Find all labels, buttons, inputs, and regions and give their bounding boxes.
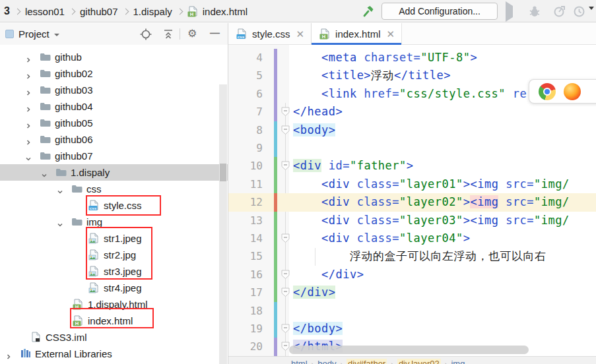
editor-breadcrumb-div-layer02[interactable]: div.layer02	[397, 359, 441, 364]
code-fold-icon[interactable]	[281, 107, 290, 119]
code-line-9[interactable]: 9	[228, 139, 596, 157]
code-fold-icon[interactable]	[281, 161, 290, 173]
line-number[interactable]: 8	[228, 121, 263, 139]
tree-item-index-html[interactable]: Hindex.html	[0, 313, 228, 329]
collapse-all-icon[interactable]	[162, 28, 174, 43]
line-number[interactable]: 15	[228, 247, 263, 265]
tree-item-css[interactable]: css	[0, 181, 228, 197]
editor-breadcrumb-img[interactable]: img	[451, 359, 465, 364]
tree-item-style-css[interactable]: cssstyle.css	[0, 197, 228, 214]
chevron-right-icon[interactable]	[25, 120, 32, 132]
tree-item-github06[interactable]: github06	[0, 131, 228, 148]
tree-item-github02[interactable]: github02	[0, 65, 228, 82]
code-line-17[interactable]: 17</div>	[228, 284, 596, 301]
tree-item-1-dispaly-html[interactable]: H1.dispaly.html	[0, 296, 228, 313]
code-line-16[interactable]: 16 </div>	[228, 266, 596, 284]
line-number[interactable]: 19	[228, 320, 263, 338]
editor-breadcrumb-html[interactable]: html	[291, 359, 308, 364]
code-fold-icon[interactable]	[281, 270, 290, 282]
line-number[interactable]: 17	[228, 284, 263, 301]
chevron-right-icon[interactable]	[25, 87, 32, 99]
code-line-4[interactable]: 4 <meta charset="UTF-8">	[228, 49, 596, 67]
tree-item-github04[interactable]: github04	[0, 98, 228, 115]
locate-file-icon[interactable]	[140, 28, 152, 43]
tree-item-str3-jpeg[interactable]: str3.jpeg	[0, 263, 228, 280]
code-line-10[interactable]: 10<div id="father">	[228, 157, 596, 175]
tab-style-css[interactable]: cssstyle.css✕	[228, 23, 312, 45]
chevron-right-icon[interactable]	[25, 71, 32, 82]
code-line-18[interactable]: 18	[228, 302, 596, 320]
add-configuration-button[interactable]: Add Configuration...	[381, 3, 498, 20]
gear-icon[interactable]: ⚙	[187, 28, 197, 40]
line-number[interactable]: 18	[228, 302, 263, 320]
line-number[interactable]: 9	[228, 139, 263, 157]
editor-breadcrumb-div-father[interactable]: div#father	[347, 359, 387, 364]
tree-item-css3-iml[interactable]: CSS3.iml	[0, 329, 228, 346]
project-view-selector[interactable]: Project	[5, 28, 59, 40]
code-fold-icon[interactable]	[281, 288, 290, 300]
chrome-icon[interactable]	[539, 83, 556, 100]
line-number[interactable]: 7	[228, 103, 263, 121]
chevron-down-icon[interactable]	[57, 219, 63, 231]
line-number[interactable]: 4	[228, 49, 263, 67]
code-line-7[interactable]: 7</head>	[228, 103, 596, 121]
line-number[interactable]: 10	[228, 157, 263, 175]
code-line-12[interactable]: 12 <div class="layer02"><img src="img/	[228, 193, 596, 211]
profile-icon[interactable]	[553, 5, 566, 20]
tree-item-str1-jpeg[interactable]: str1.jpeg	[0, 230, 228, 247]
line-number[interactable]: 16	[228, 266, 263, 284]
tree-item-github05[interactable]: github05	[0, 115, 228, 131]
line-number[interactable]: 20	[228, 338, 263, 355]
line-number[interactable]: 11	[228, 175, 263, 193]
code-editor[interactable]: 4 <meta charset="UTF-8">5 <title>浮动</tit…	[228, 45, 596, 356]
run-history-clock-icon[interactable]	[573, 5, 585, 20]
tree-item-external-libraries[interactable]: External Libraries	[0, 346, 228, 362]
line-number[interactable]: 6	[228, 85, 263, 103]
code-line-8[interactable]: 8<body>	[228, 121, 596, 139]
chevron-right-icon[interactable]	[25, 136, 32, 148]
chevron-right-icon[interactable]	[25, 54, 32, 66]
line-number[interactable]: 13	[228, 212, 263, 229]
line-number[interactable]: 5	[228, 67, 263, 84]
build-hammer-icon[interactable]	[362, 5, 375, 20]
chevron-down-icon[interactable]	[57, 186, 63, 198]
chevron-down-icon[interactable]	[589, 10, 594, 22]
code-line-14[interactable]: 14 <div class="layer04">	[228, 229, 596, 247]
code-line-19[interactable]: 19</body>	[228, 320, 596, 338]
tree-item-1-dispaly[interactable]: 1.dispaly	[0, 164, 228, 181]
breadcrumb-github07[interactable]: github07	[80, 6, 118, 17]
project-scrollbar-track[interactable]	[219, 84, 227, 364]
tree-item-github[interactable]: github	[0, 49, 228, 65]
breadcrumb-1dispaly[interactable]: 1.dispaly	[133, 6, 172, 17]
project-scrollbar-thumb[interactable]	[220, 164, 226, 181]
breadcrumb-lesson01[interactable]: lesson01	[25, 6, 65, 17]
tree-item-str2-jpg[interactable]: str2.jpg	[0, 247, 228, 263]
chevron-right-icon[interactable]	[25, 104, 32, 115]
code-fold-icon[interactable]	[281, 342, 290, 354]
tree-item-str4-jpeg[interactable]: str4.jpeg	[0, 280, 228, 296]
run-icon[interactable]	[506, 6, 513, 18]
hide-panel-icon[interactable]: —	[210, 27, 220, 39]
line-number[interactable]: 14	[228, 229, 263, 247]
tree-item-github07[interactable]: github07	[0, 148, 228, 164]
chevron-down-icon[interactable]	[25, 153, 32, 165]
code-line-11[interactable]: 11 <div class="layer01"><img src="img/	[228, 175, 596, 193]
code-fold-icon[interactable]	[281, 233, 290, 246]
tree-item-github03[interactable]: github03	[0, 82, 228, 98]
breadcrumb-project[interactable]: 3	[4, 5, 10, 17]
close-icon[interactable]: ✕	[386, 28, 395, 40]
breadcrumb-indexhtml[interactable]: index.html	[203, 6, 248, 17]
tree-item-img[interactable]: img	[0, 214, 228, 230]
code-fold-icon[interactable]	[281, 324, 290, 336]
editor-horizontal-scrollbar[interactable]	[289, 346, 529, 354]
debug-bug-icon[interactable]	[528, 5, 541, 20]
code-line-13[interactable]: 13 <div class="layer03"><img src="img/	[228, 212, 596, 229]
line-number[interactable]: 12	[228, 193, 263, 211]
tab-index-html[interactable]: Hindex.html✕	[312, 23, 402, 45]
chevron-right-icon[interactable]	[5, 351, 12, 363]
code-line-15[interactable]: 15 浮动的盒子可以向左浮动，也可以向右	[228, 247, 596, 265]
chevron-down-icon[interactable]	[41, 169, 48, 181]
firefox-icon[interactable]	[564, 83, 581, 100]
close-icon[interactable]: ✕	[296, 28, 305, 40]
editor-breadcrumb-body[interactable]: body	[317, 359, 336, 364]
